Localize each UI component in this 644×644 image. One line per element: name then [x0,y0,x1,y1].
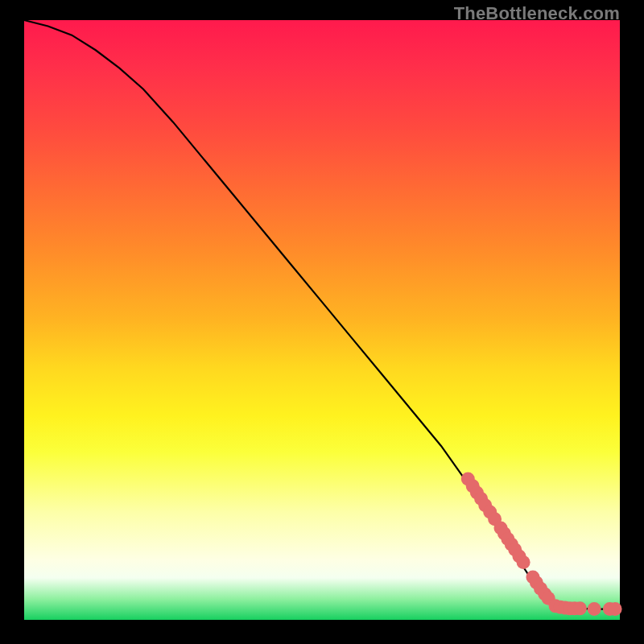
data-point [573,601,587,615]
data-point [517,555,530,569]
data-points [461,472,622,616]
chart-overlay [24,20,620,620]
bottleneck-curve [24,20,620,609]
data-point [588,602,601,616]
data-point [609,602,622,616]
chart-stage: TheBottleneck.com [0,0,644,644]
